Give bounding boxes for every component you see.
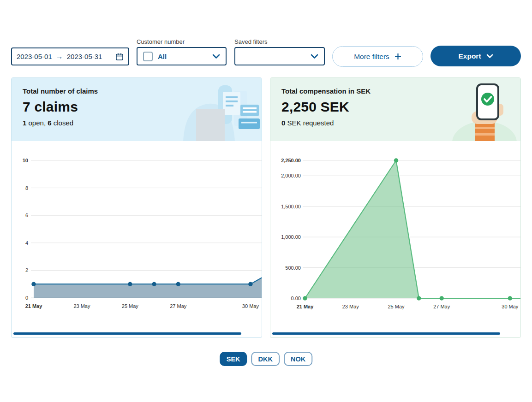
claims-chart: 024681021 May23 May25 May27 May30 May (12, 141, 262, 321)
currency-nok-button[interactable]: NOK (284, 352, 312, 366)
svg-text:500.00: 500.00 (285, 265, 301, 271)
svg-text:21 May: 21 May (297, 304, 314, 309)
svg-text:30 May: 30 May (242, 303, 259, 309)
svg-text:25 May: 25 May (122, 303, 139, 309)
chevron-down-icon (486, 54, 493, 59)
svg-text:0.00: 0.00 (291, 296, 301, 301)
svg-text:23 May: 23 May (73, 303, 90, 309)
svg-text:4: 4 (25, 240, 28, 246)
compensation-chart-scrollbar[interactable] (272, 332, 500, 335)
customer-number-label: Customer number (137, 38, 185, 45)
currency-sek-button[interactable]: SEK (220, 352, 247, 366)
svg-text:8: 8 (25, 185, 28, 191)
svg-text:30 May: 30 May (502, 304, 519, 309)
svg-text:2: 2 (25, 267, 28, 273)
currency-dkk-button[interactable]: DKK (251, 352, 280, 366)
svg-text:2,250.00: 2,250.00 (281, 158, 301, 163)
svg-text:21 May: 21 May (25, 303, 43, 309)
buildings-document-illustration (183, 78, 262, 141)
date-to-value: 2023-05-31 (67, 53, 102, 60)
date-range-input[interactable]: 2023-05-01 → 2023-05-31 (11, 47, 129, 65)
export-button[interactable]: Export (430, 46, 521, 66)
saved-filters-select[interactable] (234, 47, 325, 65)
plus-icon (395, 53, 401, 60)
more-filters-button[interactable]: More filters (332, 46, 423, 67)
saved-filters-label: Saved filters (234, 38, 268, 45)
customer-number-value: All (158, 53, 167, 60)
compensation-chart: 0.00500.001,000.001,500.002,000.002,250.… (270, 141, 521, 321)
date-from-value: 2023-05-01 (17, 53, 52, 60)
compensation-card: Total compensation in SEK 2,250 SEK 0 SE… (270, 77, 521, 338)
svg-text:0: 0 (25, 295, 28, 301)
svg-text:27 May: 27 May (170, 303, 187, 309)
hand-phone-check-illustration (451, 78, 520, 141)
svg-text:10: 10 (23, 158, 28, 163)
claims-card-header: Total number of claims 7 claims 1 open, … (12, 78, 262, 141)
svg-text:25 May: 25 May (388, 304, 405, 309)
claims-chart-scrollbar[interactable] (13, 332, 241, 335)
svg-text:1,500.00: 1,500.00 (281, 204, 301, 209)
chevron-down-icon (212, 54, 220, 59)
svg-text:6: 6 (25, 213, 28, 218)
claims-card: Total number of claims 7 claims 1 open, … (11, 77, 262, 338)
svg-text:23 May: 23 May (342, 304, 359, 309)
currency-toggle: SEK DKK NOK (220, 352, 312, 366)
customer-number-select[interactable]: All (137, 47, 227, 65)
more-filters-label: More filters (354, 53, 389, 61)
svg-text:2,000.00: 2,000.00 (281, 173, 301, 178)
calendar-icon (115, 53, 124, 61)
compensation-card-header: Total compensation in SEK 2,250 SEK 0 SE… (270, 78, 520, 141)
svg-text:27 May: 27 May (433, 304, 450, 309)
arrow-right-icon: → (56, 53, 63, 61)
svg-text:1,000.00: 1,000.00 (281, 234, 301, 240)
chevron-down-icon (311, 54, 318, 59)
select-all-checkbox[interactable] (143, 52, 153, 61)
claims-dashboard: 2023-05-01 → 2023-05-31 Customer number … (0, 0, 532, 402)
export-label: Export (458, 52, 481, 60)
